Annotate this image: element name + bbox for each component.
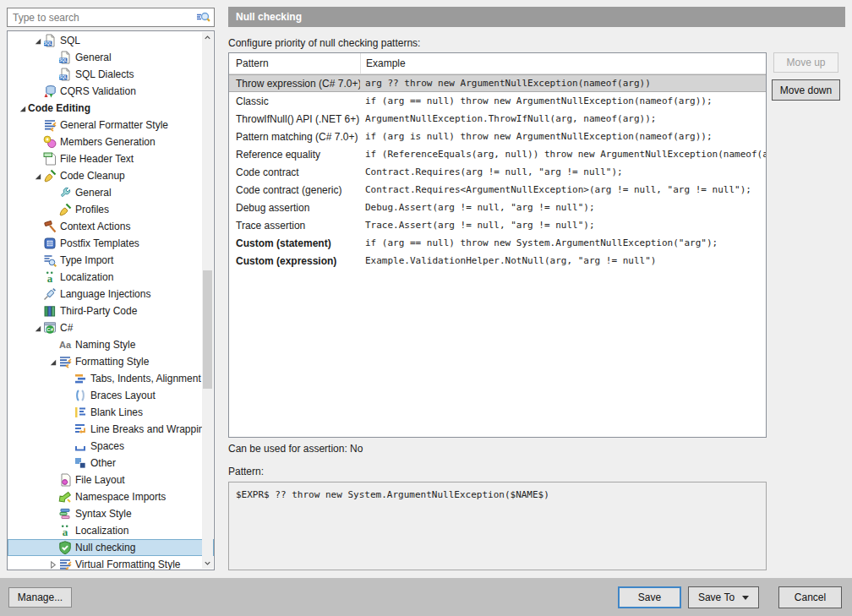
move-down-button[interactable]: Move down bbox=[772, 79, 840, 101]
expander-collapsed-icon[interactable] bbox=[46, 559, 58, 570]
sidebar-item-virtual-formatting-style[interactable]: Virtual Formatting Style bbox=[8, 556, 214, 570]
members-generation-icon bbox=[43, 135, 57, 149]
example-cell: Trace.Assert(arg != null, "arg != null")… bbox=[360, 220, 766, 231]
file-header-icon bbox=[43, 152, 57, 166]
sidebar-item-label: Formatting Style bbox=[75, 356, 149, 368]
expander-expanded-icon[interactable] bbox=[31, 170, 43, 182]
example-cell: Contract.Requires<ArgumentNullException>… bbox=[360, 184, 766, 195]
column-header-example[interactable]: Example bbox=[360, 53, 766, 74]
sidebar-item-syntax-style[interactable]: Syntax Style bbox=[8, 505, 214, 522]
manage-button[interactable]: Manage... bbox=[8, 587, 72, 608]
pattern-cell: Pattern matching (C# 7.0+) bbox=[229, 131, 360, 143]
table-row[interactable]: Pattern matching (C# 7.0+)if (arg is nul… bbox=[229, 128, 766, 145]
sidebar-item-braces-layout[interactable]: Braces Layout bbox=[8, 387, 214, 404]
scrollbar-thumb[interactable] bbox=[203, 270, 212, 389]
sidebar-item-members-generation[interactable]: Members Generation bbox=[8, 134, 214, 150]
sidebar-item-blank-lines[interactable]: Blank Lines bbox=[8, 404, 214, 421]
table-row[interactable]: Code contractContract.Requires(arg != nu… bbox=[229, 163, 766, 181]
sidebar-item-localization[interactable]: aLocalization bbox=[8, 522, 214, 539]
settings-tree-panel: SQLSQLSQLGeneralSQLSQL DialectsCQRS Vali… bbox=[7, 30, 215, 570]
blank-lines-icon bbox=[74, 406, 87, 419]
sidebar-item-label: Localization bbox=[75, 525, 128, 537]
sidebar-item-line-breaks-and-wrapping[interactable]: Line Breaks and Wrapping bbox=[8, 421, 214, 438]
expander-spacer bbox=[31, 136, 43, 148]
sidebar-item-label: Namespace Imports bbox=[75, 491, 166, 503]
table-row[interactable]: Trace assertionTrace.Assert(arg != null,… bbox=[229, 216, 766, 234]
svg-text:a: a bbox=[47, 272, 53, 284]
table-row[interactable]: ThrowIfNull() API (.NET 6+)ArgumentNullE… bbox=[229, 110, 766, 128]
table-row[interactable]: Throw expression (C# 7.0+)arg ?? throw n… bbox=[229, 74, 766, 92]
save-to-button[interactable]: Save To bbox=[688, 586, 759, 608]
scroll-up-icon[interactable] bbox=[202, 32, 213, 43]
svg-text:SQL: SQL bbox=[59, 75, 68, 79]
sidebar-item-c[interactable]: C#C# bbox=[8, 319, 214, 336]
pattern-cell: Custom (expression) bbox=[229, 255, 360, 267]
expander-spacer bbox=[46, 508, 58, 520]
expander-expanded-icon[interactable] bbox=[31, 322, 43, 334]
sidebar-item-profiles[interactable]: Profiles bbox=[8, 201, 214, 218]
expander-spacer bbox=[31, 288, 43, 300]
sidebar-item-label: SQL Dialects bbox=[75, 68, 134, 80]
tree-scrollbar[interactable] bbox=[202, 32, 213, 569]
expander-spacer bbox=[62, 373, 74, 384]
svg-text:C#: C# bbox=[46, 327, 53, 332]
table-row[interactable]: Custom (expression)Example.ValidationHel… bbox=[229, 252, 766, 270]
table-row[interactable]: Reference equalityif (ReferenceEquals(ar… bbox=[229, 145, 766, 163]
sidebar-item-third-party-code[interactable]: Third-Party Code bbox=[8, 303, 214, 319]
sidebar-item-namespace-imports[interactable]: Namespace Imports bbox=[8, 488, 214, 505]
sidebar-item-file-header-text[interactable]: File Header Text bbox=[8, 150, 214, 167]
sidebar-item-file-layout[interactable]: File Layout bbox=[8, 472, 214, 488]
sidebar-item-cqrs-validation[interactable]: CQRS Validation bbox=[8, 83, 214, 100]
sidebar-item-general[interactable]: General bbox=[8, 184, 214, 201]
search-input[interactable] bbox=[8, 12, 196, 24]
sidebar-item-general-formatter-style[interactable]: General Formatter Style bbox=[8, 117, 214, 134]
sidebar-item-label: Type Import bbox=[60, 254, 113, 266]
table-row[interactable]: Code contract (generic)Contract.Requires… bbox=[229, 181, 766, 199]
sidebar-item-label: File Layout bbox=[75, 474, 125, 486]
sidebar-item-code-editing[interactable]: Code Editing bbox=[8, 100, 214, 117]
expander-spacer bbox=[46, 187, 58, 199]
cancel-button[interactable]: Cancel bbox=[778, 586, 842, 608]
sidebar-item-sql[interactable]: SQLSQL bbox=[8, 32, 214, 49]
sidebar-item-localization[interactable]: aLocalization bbox=[8, 269, 214, 286]
sidebar-item-label: Tabs, Indents, Alignment bbox=[90, 373, 201, 384]
sidebar-item-tabs-indents-alignment[interactable]: Tabs, Indents, Alignment bbox=[8, 370, 214, 387]
table-row[interactable]: Custom (statement)if (arg == null) throw… bbox=[229, 234, 766, 252]
sidebar-item-spaces[interactable]: Spaces bbox=[8, 438, 214, 455]
save-button[interactable]: Save bbox=[618, 586, 681, 608]
svg-text:SQL: SQL bbox=[44, 41, 52, 46]
expander-spacer bbox=[62, 390, 74, 401]
sidebar-item-context-actions[interactable]: Context Actions bbox=[8, 218, 214, 235]
move-up-button[interactable]: Move up bbox=[773, 52, 838, 73]
column-header-pattern[interactable]: Pattern bbox=[229, 53, 360, 74]
sidebar-item-label: Code Cleanup bbox=[60, 170, 125, 182]
sidebar-item-null-checking[interactable]: Null checking bbox=[8, 539, 214, 556]
expander-expanded-icon[interactable] bbox=[46, 356, 58, 368]
sidebar-item-type-import[interactable]: Type Import bbox=[8, 252, 214, 269]
sidebar-item-label: Third-Party Code bbox=[60, 305, 137, 317]
expander-expanded-icon[interactable] bbox=[16, 102, 28, 114]
pattern-cell: Code contract (generic) bbox=[229, 184, 360, 196]
scroll-down-icon[interactable] bbox=[202, 558, 213, 569]
sidebar-item-label: Null checking bbox=[75, 542, 135, 553]
sidebar-item-formatting-style[interactable]: Formatting Style bbox=[8, 353, 214, 370]
table-row[interactable]: Classicif (arg == null) throw new Argume… bbox=[229, 92, 766, 110]
settings-tree: SQLSQLSQLGeneralSQLSQL DialectsCQRS Vali… bbox=[8, 32, 214, 570]
expander-expanded-icon[interactable] bbox=[31, 35, 43, 46]
sidebar-item-postfix-templates[interactable]: Postfix Templates bbox=[8, 235, 214, 252]
sidebar-item-label: Code Editing bbox=[28, 102, 90, 114]
sidebar-item-language-injections[interactable]: Language Injections bbox=[8, 286, 214, 303]
sidebar-item-sql-dialects[interactable]: SQLSQL Dialects bbox=[8, 66, 214, 83]
pattern-editor[interactable]: $EXPR$ ?? throw new System.ArgumentNullE… bbox=[228, 482, 767, 570]
page-title: Null checking bbox=[228, 7, 845, 27]
search-box[interactable] bbox=[7, 8, 215, 27]
sidebar-item-other[interactable]: Other bbox=[8, 455, 214, 472]
example-cell: arg ?? throw new ArgumentNullException(n… bbox=[360, 78, 766, 89]
sidebar-item-label: General bbox=[75, 187, 112, 199]
sidebar-item-naming-style[interactable]: AaNaming Style bbox=[8, 336, 214, 353]
example-cell: Contract.Requires(arg != null, "arg != n… bbox=[360, 166, 766, 177]
sidebar-item-general[interactable]: SQLGeneral bbox=[8, 49, 214, 66]
sidebar-item-label: General bbox=[75, 52, 112, 63]
table-row[interactable]: Debug assertionDebug.Assert(arg != null,… bbox=[229, 199, 766, 216]
sidebar-item-code-cleanup[interactable]: Code Cleanup bbox=[8, 167, 214, 184]
